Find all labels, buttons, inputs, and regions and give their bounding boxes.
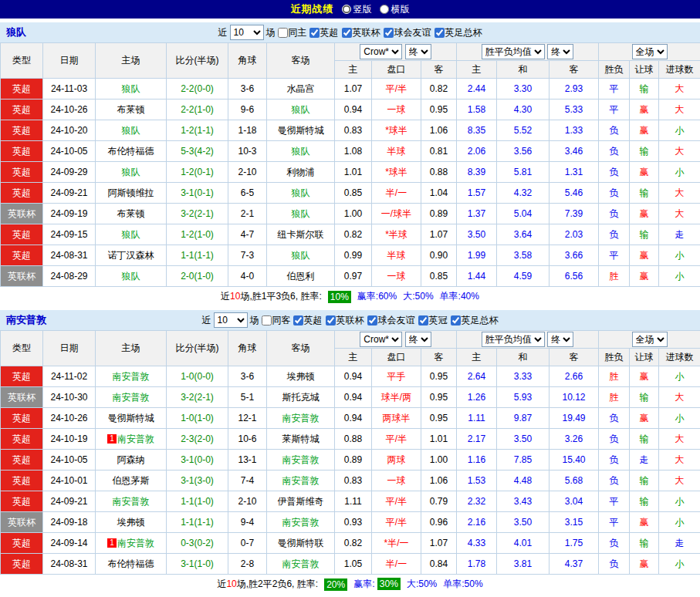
scope-select[interactable]: 全场 — [632, 44, 668, 59]
league-filter[interactable]: 英冠 — [418, 314, 448, 327]
league-filter[interactable]: 英超 — [293, 314, 323, 327]
league-checkbox[interactable] — [435, 28, 445, 38]
league-checkbox[interactable] — [326, 315, 336, 325]
league-filter[interactable]: 球会友谊 — [367, 314, 415, 327]
league-checkbox[interactable] — [367, 315, 377, 325]
corner-score: 2-8 — [228, 554, 267, 575]
avg-odds-draw: 3.33 — [497, 366, 550, 387]
league-checkbox[interactable] — [451, 315, 461, 325]
match-score: 2-2(0-0) — [167, 79, 228, 100]
match-date: 24-10-19 — [43, 429, 96, 450]
away-team: 莱斯特城 — [267, 429, 335, 450]
match-score: 1-0(0-0) — [167, 366, 228, 387]
subcol-avg-home: 主 — [457, 61, 497, 79]
subcol-avg-away: 客 — [550, 349, 599, 366]
home-team: 布莱顿 — [96, 204, 167, 224]
league-filter[interactable]: 英超 — [309, 26, 339, 39]
europe-avg-select[interactable]: 胜平负均值 — [482, 44, 545, 59]
match-row: 英超24-10-01伯恩茅斯3-1(3-0)7-4南安普敦0.83一球1.061… — [1, 471, 700, 491]
league-badge: 英联杯 — [1, 204, 43, 224]
handicap-line: *球半 — [372, 120, 421, 141]
vertical-layout-option[interactable]: 竖版 — [342, 3, 372, 16]
league-filter[interactable]: 球会友谊 — [384, 26, 431, 39]
avg-odds-away: 6.56 — [550, 266, 599, 287]
avg-odds-away: 3.46 — [550, 141, 599, 162]
league-filter[interactable]: 英联杯 — [326, 314, 364, 327]
col-date: 日期 — [43, 331, 96, 366]
section-header-bar: 狼队 近 10 场 同主 英超英联杯球会友谊英足总杯 — [0, 22, 700, 42]
handicap-result: 输 — [630, 79, 659, 100]
same-venue-checkbox[interactable] — [278, 28, 288, 38]
subcol-handicap: 盘口 — [372, 349, 421, 366]
europe-avg-select[interactable]: 胜平负均值 — [482, 332, 545, 347]
subcol-avg-home: 主 — [457, 349, 497, 366]
results-table: 类型 日期 主场 比分(半场) 角球 客场 Crow* 终 胜平负均值 终 — [0, 330, 700, 575]
vertical-radio[interactable] — [342, 5, 351, 14]
league-label: 英超 — [304, 314, 323, 327]
subcol-avg-draw: 和 — [497, 61, 550, 79]
asian-odds-away: 0.95 — [421, 100, 457, 120]
league-checkbox[interactable] — [384, 28, 394, 38]
home-team: 阿斯顿维拉 — [96, 183, 167, 204]
home-team: 南安普敦 — [96, 491, 167, 512]
away-team: 南安普敦 — [267, 408, 335, 429]
asian-odds-home: 0.89 — [335, 450, 372, 471]
summary-text: 近10场,胜1平3负6, 胜率: — [221, 290, 322, 303]
col-away: 客场 — [267, 331, 335, 366]
avg-odds-draw: 3.64 — [497, 224, 550, 245]
col-corner: 角球 — [228, 331, 267, 366]
handicap-result: 输 — [630, 183, 659, 204]
same-venue-filter[interactable]: 同主 — [278, 26, 307, 39]
asian-odds-away: 1.04 — [421, 183, 457, 204]
avg-odds-home: 1.16 — [457, 450, 497, 471]
away-team: 狼队 — [267, 204, 335, 224]
avg-odds-draw: 4.30 — [497, 100, 550, 120]
league-checkbox[interactable] — [293, 315, 303, 325]
avg-odds-home: 2.17 — [457, 429, 497, 450]
summary-rest: 场,胜2平2负6, 胜率: — [237, 578, 318, 589]
match-date: 24-09-21 — [43, 183, 96, 204]
bookmaker-select[interactable]: Crow* — [360, 44, 402, 59]
league-filter[interactable]: 英足总杯 — [435, 26, 482, 39]
scope-select[interactable]: 全场 — [632, 332, 668, 347]
match-row: 英超24-10-26布莱顿2-2(1-0)9-6狼队0.94一球0.951.58… — [1, 100, 700, 120]
same-venue-filter[interactable]: 同客 — [262, 314, 291, 327]
team-name: 南安普敦 — [6, 313, 46, 327]
away-team: 南安普敦 — [267, 512, 335, 533]
league-checkbox[interactable] — [309, 28, 320, 38]
match-result: 负 — [599, 471, 630, 491]
league-filter[interactable]: 英联杯 — [342, 26, 380, 39]
horizontal-layout-option[interactable]: 横版 — [380, 3, 410, 16]
avg-odds-home: 8.35 — [457, 120, 497, 141]
handicap-line: 平手 — [372, 366, 421, 387]
same-venue-checkbox[interactable] — [262, 315, 272, 325]
team-name: 狼队 — [6, 25, 26, 39]
handicap-line: 平/半 — [372, 491, 421, 512]
asian-odds-home: 0.94 — [335, 100, 372, 120]
goals-result: 大 — [659, 387, 700, 408]
team-section-southampton: 南安普敦 近 10 场 同客 英超英联杯球会友谊英冠英足总杯 类型 日期 — [0, 310, 700, 594]
match-count-select[interactable]: 10 — [230, 25, 264, 40]
corner-score: 9-6 — [228, 100, 267, 120]
league-filter[interactable]: 英足总杯 — [451, 314, 499, 327]
avg-odds-home: 2.64 — [457, 366, 497, 387]
away-team: 南安普敦 — [267, 554, 335, 575]
odds-time-select[interactable]: 终 — [405, 44, 431, 59]
asian-odds-home: 1.11 — [335, 491, 372, 512]
match-count-select[interactable]: 10 — [214, 312, 248, 328]
bookmaker-select[interactable]: Crow* — [360, 332, 402, 347]
handicap-win-value: 30% — [377, 578, 401, 590]
horizontal-radio[interactable] — [380, 5, 389, 14]
match-result: 负 — [599, 224, 630, 245]
europe-time-select[interactable]: 终 — [547, 44, 573, 59]
corner-score: 4-0 — [228, 266, 267, 287]
asian-odds-away: 1.06 — [421, 120, 457, 141]
league-checkbox[interactable] — [418, 315, 428, 325]
europe-time-select[interactable]: 终 — [547, 332, 573, 347]
league-checkbox[interactable] — [342, 28, 352, 38]
league-badge: 英超 — [1, 491, 43, 512]
match-date: 24-09-19 — [43, 204, 96, 224]
handicap-win-rate: 赢率: 30% — [353, 578, 401, 591]
odds-time-select[interactable]: 终 — [405, 332, 431, 347]
handicap-line: 半/一 — [372, 554, 421, 575]
